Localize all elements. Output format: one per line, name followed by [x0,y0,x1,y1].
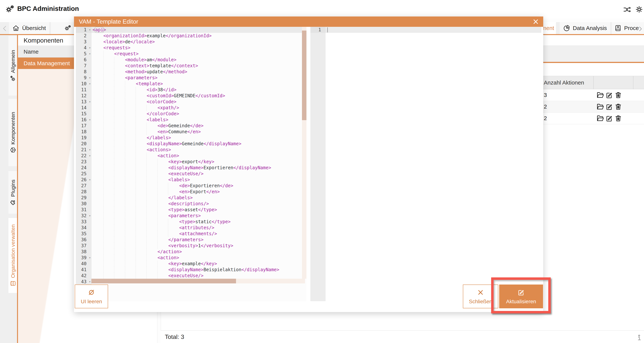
dialog-close-icon[interactable]: × [532,17,540,26]
delete-icon[interactable] [614,103,622,111]
fold-toggle-icon[interactable]: ▾ [89,27,91,33]
code-line-18[interactable]: 18 <en>Commune</en> [76,129,306,135]
gears-icon [10,75,16,82]
aktualisieren-button[interactable]: Aktualisieren [499,284,543,308]
code-line-41[interactable]: 41 <displayName>Beispielaktion</displayN… [76,267,306,273]
code-line-34[interactable]: 34 <attributes/> [76,225,306,231]
open-folder-icon[interactable] [596,103,604,111]
code-line-22[interactable]: 22▾ <action> [76,153,306,159]
tabs-scroll-right-chevron-icon[interactable] [637,25,643,33]
code-line-7[interactable]: 7 <context>template</context> [76,63,306,69]
edit-icon[interactable] [605,91,613,99]
code-line-28[interactable]: 28 <en>Export</en> [76,189,306,195]
fold-toggle-icon[interactable]: ▾ [89,45,91,51]
settings-gear-icon[interactable] [635,5,644,14]
code-line-15[interactable]: 15 </colorCode> [76,111,306,117]
scrollbar-thumb[interactable] [302,31,306,120]
indent-guide [146,159,147,165]
code-line-11[interactable]: 11 <id>38</id> [76,87,306,93]
code-line-35[interactable]: 35 <attachments/> [76,231,306,237]
code-line-19[interactable]: 19 </labels> [76,135,306,141]
editor-vertical-scrollbar[interactable] [302,27,306,279]
code-line-6[interactable]: 6 <module>am</module> [76,57,306,63]
indent-guide [146,177,147,183]
schliessen-button[interactable]: × Schließen [463,284,498,308]
indent-guide [157,213,158,219]
code-line-17[interactable]: 17 <de>Gemeinde</de> [76,123,306,129]
code-line-37[interactable]: 37 <verbosity>1</verbosity> [76,243,306,249]
open-folder-icon[interactable] [596,91,604,99]
code-text: <api> [92,27,106,33]
code-line-3[interactable]: 3 <locale>de</locale> [76,39,306,45]
code-line-31[interactable]: 31 <type>asset</type> [76,207,306,213]
code-line-1[interactable]: 1▾<api> [76,27,306,33]
shuffle-icon[interactable] [623,5,632,14]
code-line-38[interactable]: 38 </action> [76,249,306,255]
code-line-21[interactable]: 21▾ <actions> [76,147,306,153]
result-editor[interactable]: 1 [310,27,541,301]
row-actions [596,91,622,99]
code-line-40[interactable]: 40 <key>example</key> [76,261,306,267]
code-line-14[interactable]: 14 <xpath/> [76,105,306,111]
xml-code-editor[interactable]: 1▾<api>2 <organizationId>example</organi… [76,27,306,301]
code-line-9[interactable]: 9▾ <parameters> [76,75,306,81]
indent-guide [136,273,136,279]
tab-uebersicht[interactable]: Übersicht [9,22,49,34]
code-line-12[interactable]: 12 <customId>GEMEINDE</customId> [76,93,306,99]
indent-guide [136,99,136,105]
fold-toggle-icon[interactable]: ▾ [89,177,91,183]
code-line-29[interactable]: 29 </labels> [76,195,306,201]
fold-toggle-icon[interactable]: ▾ [89,51,91,57]
fold-toggle-icon[interactable]: ▾ [89,81,91,87]
code-line-25[interactable]: 25 <executeUse/> [76,171,306,177]
code-line-23[interactable]: 23 <key>export</key> [76,159,306,165]
code-line-13[interactable]: 13▾ <colorCode> [76,99,306,105]
tab-data-analysis[interactable]: Data Analysis [560,22,610,34]
code-line-8[interactable]: 8 <method>update</method> [76,69,306,75]
fold-toggle-icon[interactable]: ▾ [89,147,91,153]
code-line-27[interactable]: 27 <de>Exportieren</de> [76,183,306,189]
code-line-36[interactable]: 36 </parameters> [76,237,306,243]
fold-toggle-icon[interactable]: ▾ [89,99,91,105]
editor-horizontal-scrollbar[interactable] [92,279,305,283]
fold-toggle-icon[interactable]: ▾ [89,255,91,261]
indent-guide [136,225,136,231]
fold-toggle-icon[interactable]: ▾ [89,213,91,219]
code-text: <actions> [92,147,171,152]
code-line-20[interactable]: 20 <displayName>Gemeinde</displayName> [76,141,306,147]
code-line-4[interactable]: 4▾ <requests> [76,45,306,51]
indent-guide [146,213,147,219]
code-line-5[interactable]: 5▾ <request> [76,51,306,57]
sidebar-tab-allgemein[interactable]: Allgemein [8,36,17,96]
code-line-2[interactable]: 2 <organizationId>example</organizationI… [76,33,306,39]
fold-toggle-icon[interactable]: ▾ [89,153,91,159]
sidebar-tab-komponenten[interactable]: Komponenten [8,99,17,166]
scrollbar-thumb[interactable] [92,279,236,283]
code-line-32[interactable]: 32▾ <parameters> [76,213,306,219]
ui-leeren-button[interactable]: UI leeren [75,284,108,308]
sidebar-tab-organisation-verwalten[interactable]: Organisation verwalten [8,218,17,293]
code-line-10[interactable]: 10▾ <template> [76,81,306,87]
indent-guide [114,123,114,129]
code-line-16[interactable]: 16▾ <labels> [76,117,306,123]
indent-guide [114,177,114,183]
delete-icon[interactable] [614,91,622,99]
tabs-scroll-left-chevron-icon[interactable] [2,24,8,33]
indent-guide [114,129,114,135]
code-line-30[interactable]: 30 <descriptions/> [76,201,306,207]
code-line-26[interactable]: 26▾ <labels> [76,177,306,183]
fold-toggle-icon[interactable]: ▾ [89,279,91,285]
fold-toggle-icon[interactable]: ▾ [89,75,91,81]
info-icon[interactable] [636,334,643,341]
sidebar-tab-plugins[interactable]: Plugins [8,171,17,214]
code-line-39[interactable]: 39▾ <action> [76,255,306,261]
code-line-42[interactable]: 42 <executeUse/> [76,273,306,279]
edit-icon[interactable] [605,114,613,122]
line-number: 29 [76,195,92,201]
code-line-24[interactable]: 24 <displayName>Exportieren</displayName… [76,165,306,171]
fold-toggle-icon[interactable]: ▾ [89,117,91,123]
open-folder-icon[interactable] [596,114,604,122]
delete-icon[interactable] [614,114,622,122]
code-line-33[interactable]: 33 <type>static</type> [76,219,306,225]
edit-icon[interactable] [605,103,613,111]
